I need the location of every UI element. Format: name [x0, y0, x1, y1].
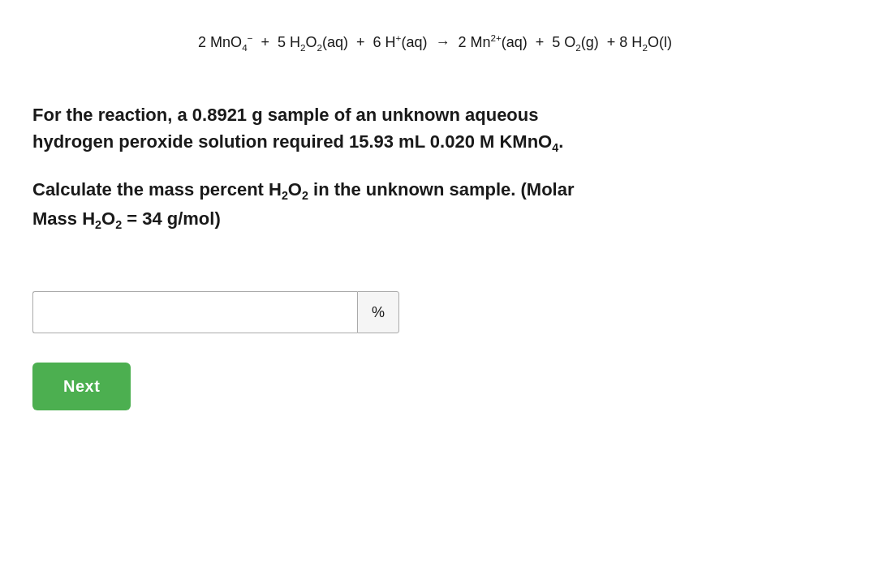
- question-block: For the reaction, a 0.8921 g sample of a…: [32, 101, 838, 267]
- question-paragraph-2: Calculate the mass percent H2O2 in the u…: [32, 176, 838, 234]
- answer-input[interactable]: [32, 291, 357, 333]
- page-container: 2 MnO4− + 5 H2O2(aq) + 6 H+(aq) → 2 Mn2+…: [0, 0, 870, 588]
- percent-label: %: [357, 291, 399, 333]
- next-button[interactable]: Next: [32, 363, 131, 410]
- equation-container: 2 MnO4− + 5 H2O2(aq) + 6 H+(aq) → 2 Mn2+…: [32, 32, 838, 53]
- answer-input-row: %: [32, 291, 399, 333]
- question-paragraph-1: For the reaction, a 0.8921 g sample of a…: [32, 101, 838, 157]
- chemical-equation: 2 MnO4− + 5 H2O2(aq) + 6 H+(aq) → 2 Mn2+…: [198, 32, 672, 53]
